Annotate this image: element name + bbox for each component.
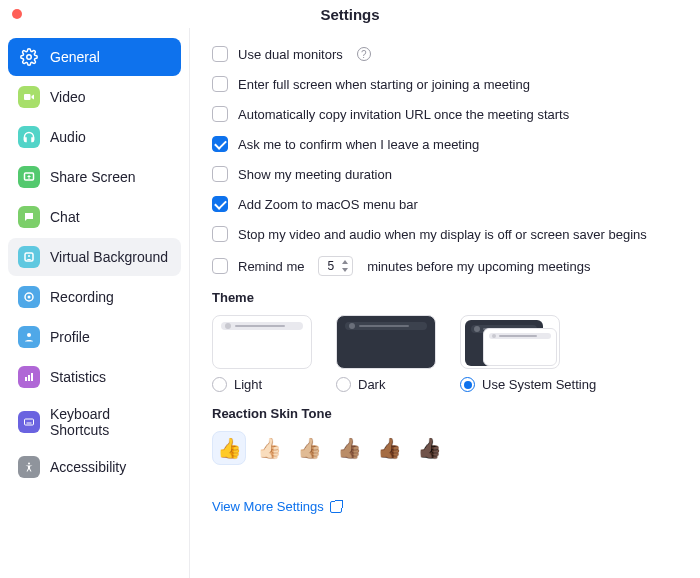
sidebar-item-chat[interactable]: Chat: [8, 198, 181, 236]
svg-point-11: [28, 463, 30, 465]
sidebar-item-statistics[interactable]: Statistics: [8, 358, 181, 396]
remind-minutes-stepper[interactable]: 5: [318, 256, 353, 276]
sidebar: General Video Audio Share Screen Chat Vi…: [0, 28, 190, 578]
statistics-icon: [18, 366, 40, 388]
radio-theme-dark[interactable]: [336, 377, 351, 392]
checkbox-stop-screensaver[interactable]: [212, 226, 228, 242]
sidebar-item-label: Recording: [50, 289, 114, 305]
sidebar-item-general[interactable]: General: [8, 38, 181, 76]
external-link-icon: [330, 501, 342, 513]
window-close-dot[interactable]: [12, 9, 22, 19]
checkbox-menubar[interactable]: [212, 196, 228, 212]
svg-rect-7: [25, 377, 27, 381]
skin-tone-3[interactable]: 👍🏽: [332, 431, 366, 465]
sidebar-item-label: Statistics: [50, 369, 106, 385]
theme-section-title: Theme: [212, 290, 678, 305]
option-label: Use dual monitors: [238, 47, 343, 62]
theme-option-label: Use System Setting: [482, 377, 596, 392]
theme-tile-system[interactable]: [460, 315, 560, 369]
sidebar-item-label: Profile: [50, 329, 90, 345]
sidebar-item-profile[interactable]: Profile: [8, 318, 181, 356]
video-icon: [18, 86, 40, 108]
svg-point-3: [28, 255, 30, 257]
settings-content: Use dual monitors ? Enter full screen wh…: [190, 28, 700, 578]
view-more-settings-link[interactable]: View More Settings: [212, 499, 678, 514]
option-label: Add Zoom to macOS menu bar: [238, 197, 418, 212]
sidebar-item-keyboard-shortcuts[interactable]: Keyboard Shortcuts: [8, 398, 181, 446]
radio-theme-system[interactable]: [460, 377, 475, 392]
option-label: Remind me: [238, 259, 304, 274]
theme-tile-dark[interactable]: [336, 315, 436, 369]
theme-option-label: Dark: [358, 377, 385, 392]
window-title: Settings: [22, 6, 678, 23]
sidebar-item-audio[interactable]: Audio: [8, 118, 181, 156]
radio-theme-light[interactable]: [212, 377, 227, 392]
checkbox-remind[interactable]: [212, 258, 228, 274]
skin-section-title: Reaction Skin Tone: [212, 406, 678, 421]
skin-tone-1[interactable]: 👍🏻: [252, 431, 286, 465]
option-label: Ask me to confirm when I leave a meeting: [238, 137, 479, 152]
sidebar-item-label: Keyboard Shortcuts: [50, 406, 171, 438]
sidebar-item-virtual-background[interactable]: Virtual Background: [8, 238, 181, 276]
sidebar-item-share-screen[interactable]: Share Screen: [8, 158, 181, 196]
chat-icon: [18, 206, 40, 228]
sidebar-item-video[interactable]: Video: [8, 78, 181, 116]
keyboard-icon: [18, 411, 40, 433]
option-label: Show my meeting duration: [238, 167, 392, 182]
svg-rect-0: [24, 94, 31, 100]
option-label: minutes before my upcoming meetings: [367, 259, 590, 274]
skin-tone-4[interactable]: 👍🏾: [372, 431, 406, 465]
skin-tone-2[interactable]: 👍🏼: [292, 431, 326, 465]
checkbox-dual-monitors[interactable]: [212, 46, 228, 62]
profile-icon: [18, 326, 40, 348]
help-icon[interactable]: ?: [357, 47, 371, 61]
svg-rect-8: [28, 375, 30, 381]
skin-tone-5[interactable]: 👍🏿: [412, 431, 446, 465]
theme-option-label: Light: [234, 377, 262, 392]
checkbox-full-screen[interactable]: [212, 76, 228, 92]
theme-tile-light[interactable]: [212, 315, 312, 369]
skin-tone-0[interactable]: 👍: [212, 431, 246, 465]
svg-point-6: [27, 333, 31, 337]
svg-rect-10: [25, 419, 34, 425]
gear-icon: [18, 46, 40, 68]
accessibility-icon: [18, 456, 40, 478]
view-more-label: View More Settings: [212, 499, 324, 514]
svg-point-5: [28, 296, 31, 299]
sidebar-item-label: General: [50, 49, 100, 65]
sidebar-item-label: Audio: [50, 129, 86, 145]
share-screen-icon: [18, 166, 40, 188]
sidebar-item-recording[interactable]: Recording: [8, 278, 181, 316]
svg-rect-9: [31, 373, 33, 381]
option-label: Automatically copy invitation URL once t…: [238, 107, 569, 122]
virtual-background-icon: [18, 246, 40, 268]
headphones-icon: [18, 126, 40, 148]
checkbox-show-duration[interactable]: [212, 166, 228, 182]
sidebar-item-accessibility[interactable]: Accessibility: [8, 448, 181, 486]
checkbox-confirm-leave[interactable]: [212, 136, 228, 152]
recording-icon: [18, 286, 40, 308]
option-label: Enter full screen when starting or joini…: [238, 77, 530, 92]
sidebar-item-label: Chat: [50, 209, 80, 225]
option-label: Stop my video and audio when my display …: [238, 227, 647, 242]
sidebar-item-label: Share Screen: [50, 169, 136, 185]
sidebar-item-label: Accessibility: [50, 459, 126, 475]
sidebar-item-label: Video: [50, 89, 86, 105]
sidebar-item-label: Virtual Background: [50, 249, 168, 265]
checkbox-copy-url[interactable]: [212, 106, 228, 122]
